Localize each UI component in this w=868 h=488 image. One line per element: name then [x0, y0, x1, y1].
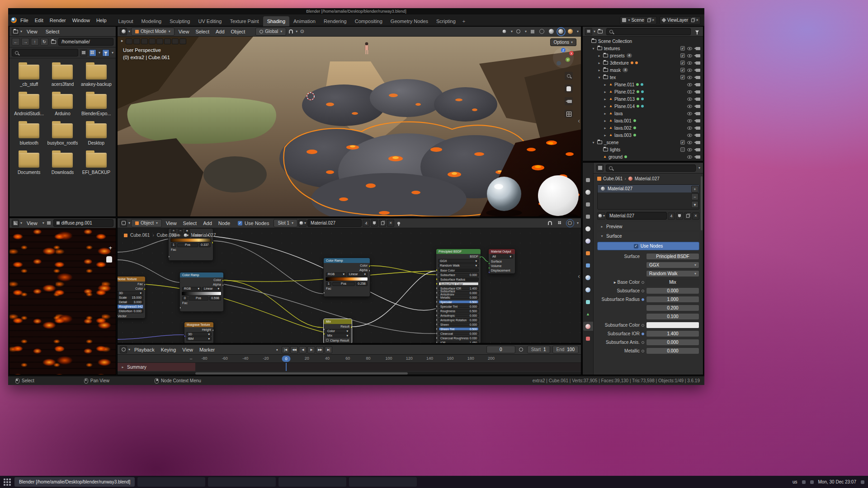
- proportional-edit-icon[interactable]: ⊙: [298, 28, 306, 35]
- disclosure-icon[interactable]: ▸: [603, 126, 607, 130]
- noise-field-detail[interactable]: Detail3.000: [117, 300, 143, 304]
- properties-tab-texture[interactable]: [583, 334, 593, 343]
- properties-tab-tool[interactable]: [583, 175, 593, 184]
- eye-visibility-icon[interactable]: [687, 98, 692, 101]
- forward-button[interactable]: →: [21, 38, 29, 46]
- summary-channel-row[interactable]: ▸Summary: [118, 363, 195, 371]
- node-mix[interactable]: Mix Result Color▾ Mix▾ Clamp Result: [323, 319, 352, 343]
- render-visibility-icon[interactable]: [696, 119, 700, 122]
- property-field[interactable]: Random Walk▾: [646, 270, 699, 277]
- new-scene-icon[interactable]: [647, 19, 651, 22]
- editor-type-icon[interactable]: [12, 220, 19, 227]
- workspace-tab-rendering[interactable]: Rendering: [320, 16, 351, 26]
- material-slot-list[interactable]: Material.027 + − ▾: [597, 184, 699, 210]
- folder-busybox-rootfs[interactable]: busybox_rootfs: [46, 123, 79, 145]
- hamburger-menu-icon[interactable]: [45, 220, 52, 227]
- fake-user-shield-icon[interactable]: [371, 220, 378, 227]
- render-visibility-icon[interactable]: [696, 54, 700, 57]
- output-socket[interactable]: [368, 265, 370, 267]
- disclosure-icon[interactable]: ▾: [591, 141, 595, 145]
- outliner-row-lava-001[interactable]: ▸▲lava.001: [583, 117, 703, 124]
- scene-selector[interactable]: ▾ Scene ×: [620, 16, 656, 24]
- shader-menu-node[interactable]: Node: [215, 218, 233, 228]
- checkbox-icon[interactable]: [680, 61, 685, 65]
- tool-button[interactable]: [179, 38, 186, 44]
- shader-menu-select[interactable]: Select: [180, 218, 200, 228]
- properties-tab-constraints[interactable]: [583, 297, 593, 306]
- folder-bluetooth[interactable]: bluetooth: [12, 123, 46, 145]
- property-field[interactable]: 0.200: [646, 305, 699, 311]
- bsdf-socket-subsurface-radius[interactable]: Subsurface Radius: [436, 277, 481, 282]
- add-slot-button[interactable]: +: [691, 186, 698, 192]
- render-visibility-icon[interactable]: [696, 47, 700, 50]
- show-overlays-icon[interactable]: [515, 28, 522, 35]
- snap-magnet-icon[interactable]: [287, 28, 294, 35]
- properties-tab-scene[interactable]: [583, 224, 593, 233]
- eye-visibility-icon[interactable]: [687, 47, 692, 50]
- image-canvas-lava-texture[interactable]: [9, 228, 116, 375]
- filter-button[interactable]: [102, 49, 109, 56]
- start-frame-field[interactable]: Start1: [527, 346, 550, 353]
- navigation-gizmo[interactable]: Z Y X: [553, 47, 574, 68]
- jump-to-start-button[interactable]: |◀: [282, 346, 289, 353]
- ramp-mode-dropdown[interactable]: RGB▾: [326, 272, 346, 277]
- checkbox-icon[interactable]: [680, 46, 685, 51]
- folder-documents[interactable]: Documents: [12, 153, 46, 175]
- tray-notifications-icon[interactable]: [861, 480, 864, 484]
- taskbar-window-entry[interactable]: [278, 477, 346, 487]
- tool-button[interactable]: [141, 38, 148, 44]
- color-ramp-gradient[interactable]: [182, 291, 222, 296]
- noise-dimensions-dropdown[interactable]: 3D▾: [117, 291, 143, 295]
- render-visibility-icon[interactable]: [696, 141, 700, 144]
- input-socket[interactable]: [168, 255, 170, 258]
- end-frame-field[interactable]: End100: [552, 346, 579, 353]
- socket-field[interactable]: Clearcoat0.000: [439, 332, 479, 335]
- socket-field[interactable]: Specular0.500: [439, 300, 479, 304]
- fake-user-shield-icon[interactable]: [676, 212, 683, 220]
- folder-efi-backup[interactable]: EFI_BACKUP: [80, 153, 113, 175]
- eye-visibility-icon[interactable]: [687, 119, 692, 122]
- property-field[interactable]: [646, 322, 699, 328]
- timeline-ruler[interactable]: -80-60-40-20020406080100120140160180200 …: [118, 355, 581, 363]
- disclosure-icon[interactable]: ▾: [591, 47, 595, 51]
- bsdf-output-socket[interactable]: [479, 256, 481, 258]
- timeline-menu-marker[interactable]: Marker: [196, 345, 218, 355]
- checkbox-icon[interactable]: [680, 68, 685, 72]
- disclosure-icon[interactable]: ▸: [597, 68, 601, 72]
- editor-type-icon[interactable]: [120, 28, 127, 35]
- folder-anakey-backup[interactable]: anakey-backup: [80, 65, 113, 87]
- current-frame-field[interactable]: 0: [486, 346, 515, 353]
- bsdf-socket-sheen[interactable]: Sheen0.000: [436, 322, 481, 327]
- checkbox-icon[interactable]: [680, 75, 685, 80]
- property-field[interactable]: 0.000: [646, 287, 699, 294]
- show-gizmo-icon[interactable]: [501, 28, 508, 35]
- bsdf-socket-subsurface-anisotropy[interactable]: Subsurface Anisotropy0.000: [436, 291, 481, 295]
- timeline-menu-playback[interactable]: Playback: [131, 345, 158, 355]
- checkbox-icon[interactable]: [680, 53, 685, 58]
- outliner-row-mask[interactable]: ▸mask4: [583, 66, 703, 74]
- eye-visibility-icon[interactable]: [687, 61, 692, 65]
- file-view-menu[interactable]: View: [23, 26, 41, 38]
- display-list-button[interactable]: [80, 49, 87, 56]
- render-visibility-icon[interactable]: [696, 134, 700, 137]
- menu-file[interactable]: File: [17, 15, 32, 25]
- eye-visibility-icon[interactable]: [687, 90, 692, 94]
- musgrave-dimensions-dropdown[interactable]: 3D▾: [186, 332, 212, 336]
- slot-dropdown[interactable]: Slot 1▾: [274, 219, 297, 227]
- file-search-input[interactable]: [12, 49, 78, 56]
- ramp-index-field[interactable]: 1: [171, 243, 176, 247]
- output-socket[interactable]: [212, 241, 213, 244]
- xray-toggle-icon[interactable]: [529, 28, 536, 35]
- image-view-menu[interactable]: View: [23, 218, 41, 229]
- viewport-menu-select[interactable]: Select: [192, 27, 212, 37]
- node-musgrave-texture[interactable]: Musgrave Texture Height 3D▾ fBM▾: [184, 322, 214, 343]
- viewport-scene-render[interactable]: [118, 37, 581, 217]
- folder--cb-stuff[interactable]: _cb_stuff: [12, 65, 46, 87]
- input-socket[interactable]: [323, 291, 325, 294]
- bsdf-socket-roughness[interactable]: Roughness0.500: [436, 309, 481, 313]
- jump-to-end-button[interactable]: ▶|: [325, 346, 332, 353]
- new-view-layer-icon[interactable]: [691, 19, 694, 22]
- outliner-row-ground[interactable]: ▲ground: [583, 153, 703, 160]
- workspace-add-button[interactable]: +: [460, 16, 468, 26]
- preview-section-header[interactable]: ▸Preview: [597, 222, 699, 230]
